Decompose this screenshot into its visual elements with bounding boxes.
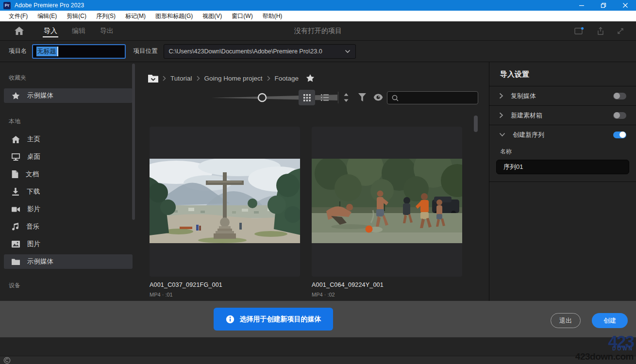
grid-view-button[interactable] [299, 90, 315, 105]
project-name-label: 项目名 [9, 47, 27, 55]
fullscreen-icon [617, 27, 624, 35]
chevron-down-icon[interactable] [499, 132, 505, 137]
footer-bar: 选择用于创建新项目的媒体 退出 创建 [0, 301, 636, 337]
project-bar: 项目名 无标题 项目位置 C:\Users\423Down\Documents\… [0, 41, 636, 62]
sidebar-item-home[interactable]: 主页 [4, 132, 133, 147]
settings-divider [489, 182, 636, 182]
close-button[interactable] [614, 0, 636, 11]
section-devices: 设备 [9, 281, 136, 290]
folder-open-icon[interactable] [148, 74, 158, 83]
import-settings-panel: 导入设置 复制媒体 新建素材箱 创建新序列 名称 [489, 62, 636, 301]
window-controls [570, 0, 636, 11]
minimize-icon [579, 2, 585, 8]
menu-clip[interactable]: 剪辑(C) [62, 11, 91, 21]
document-icon [12, 170, 18, 178]
menu-window[interactable]: 窗口(W) [227, 11, 257, 21]
menu-file[interactable]: 文件(F) [4, 11, 33, 21]
chevron-right-icon[interactable] [499, 93, 503, 99]
menu-bar: 文件(F) 编辑(E) 剪辑(C) 序列(S) 标记(M) 图形和标题(G) 视… [0, 11, 636, 21]
media-item-2[interactable]: A001_C064_09224Y_001 MP4 · :02 [312, 127, 462, 298]
project-name-input[interactable]: 无标题 [32, 44, 126, 59]
search-box[interactable] [387, 91, 478, 104]
search-input[interactable] [402, 95, 470, 101]
menu-edit[interactable]: 编辑(E) [33, 11, 62, 21]
breadcrumb-item-footage[interactable]: Footage [275, 75, 299, 82]
title-bar: Pr Adobe Premiere Pro 2023 [0, 0, 636, 11]
new-bin-toggle[interactable] [613, 112, 626, 119]
toolbar-divider [338, 92, 338, 103]
quick-export-button[interactable] [574, 27, 585, 35]
sidebar-item-downloads[interactable]: 下载 [4, 184, 133, 199]
sidebar-item-videos[interactable]: 影片 [4, 202, 133, 216]
sequence-name-input[interactable] [496, 160, 629, 174]
thumbnail-cross-monument [150, 159, 300, 243]
menu-help[interactable]: 帮助(H) [258, 11, 287, 21]
tab-edit[interactable]: 编辑 [65, 21, 93, 40]
home-button[interactable] [15, 27, 24, 35]
fullscreen-button[interactable] [617, 27, 624, 35]
setting-copy-media[interactable]: 复制媒体 [489, 86, 636, 105]
close-icon [622, 2, 628, 8]
premiere-pro-window: Pr Adobe Premiere Pro 2023 文件(F) 编辑(E) 剪… [0, 0, 636, 364]
media-thumbnail[interactable] [312, 127, 462, 277]
menu-graphics-titles[interactable]: 图形和标题(G) [151, 11, 198, 21]
copy-media-toggle[interactable] [613, 93, 626, 99]
share-button[interactable] [596, 27, 605, 35]
menu-view[interactable]: 视图(V) [198, 11, 227, 21]
setting-new-bin[interactable]: 新建素材箱 [489, 105, 636, 125]
list-view-button[interactable] [317, 90, 333, 105]
folder-icon [12, 258, 20, 265]
search-icon [392, 95, 399, 101]
menu-markers[interactable]: 标记(M) [120, 11, 151, 21]
sidebar-item-sample-media[interactable]: 示例媒体 [4, 254, 133, 269]
minimize-button[interactable] [570, 0, 592, 11]
preview-toggle-button[interactable] [373, 94, 383, 101]
create-sequence-toggle[interactable] [613, 132, 626, 138]
setting-create-sequence[interactable]: 创建新序列 [489, 125, 636, 144]
favorite-star-icon[interactable] [306, 74, 315, 83]
content-scrollbar[interactable] [474, 116, 478, 132]
sidebar-item-sample-media-favorite[interactable]: 示例媒体 [4, 88, 133, 103]
watermark-domain: 423down.com [575, 352, 634, 361]
media-browser: Tutorial Going Home project Footage [136, 62, 489, 301]
tab-export[interactable]: 导出 [93, 21, 121, 40]
setting-label: 新建素材箱 [511, 111, 542, 120]
sidebar-item-documents[interactable]: 文档 [4, 167, 133, 182]
media-thumbnail[interactable] [150, 127, 300, 277]
setting-label: 复制媒体 [511, 92, 536, 100]
filter-button[interactable] [358, 93, 367, 102]
sequence-name-label: 名称 [500, 148, 636, 156]
project-status-text: 没有打开的项目 [294, 27, 342, 35]
star-icon [12, 92, 20, 100]
sidebar-item-label: 桌面 [27, 152, 40, 161]
sidebar-item-pictures[interactable]: 图片 [4, 237, 133, 251]
mode-tabs: 导入 编辑 导出 [36, 21, 121, 40]
sidebar-item-label: 下载 [27, 187, 40, 196]
breadcrumb-item-tutorial[interactable]: Tutorial [170, 75, 192, 82]
creative-cloud-icon[interactable] [3, 357, 11, 364]
chevron-right-icon[interactable] [499, 112, 503, 118]
media-item-1[interactable]: A001_C037_0921FG_001 MP4 · :01 [150, 127, 300, 298]
grid-view-icon [303, 94, 311, 101]
tab-import[interactable]: 导入 [36, 21, 65, 40]
project-name-value: 无标题 [36, 47, 58, 56]
breadcrumb-item-going-home-project[interactable]: Going Home project [204, 75, 263, 82]
project-location-dropdown[interactable]: C:\Users\423Down\Documents\Adobe\Premier… [164, 44, 356, 59]
watermark: 423 DOWN 423down.com [575, 333, 634, 361]
sidebar-scrollbar[interactable] [132, 64, 135, 220]
home-icon [12, 136, 20, 143]
sort-icon [342, 93, 350, 102]
filter-icon [358, 93, 367, 102]
chevron-right-icon [197, 76, 200, 81]
sidebar-item-desktop[interactable]: 桌面 [4, 149, 133, 164]
exit-button[interactable]: 退出 [551, 313, 581, 328]
sidebar-item-music[interactable]: 音乐 [4, 219, 133, 234]
quick-export-icon [574, 27, 585, 35]
project-location-label: 项目位置 [134, 47, 158, 55]
restore-button[interactable] [592, 0, 614, 11]
create-button[interactable]: 创建 [592, 313, 628, 328]
breadcrumb: Tutorial Going Home project Footage [148, 74, 315, 83]
menu-sequence[interactable]: 序列(S) [91, 11, 120, 21]
media-meta: MP4 · :02 [312, 292, 462, 298]
sort-button[interactable] [342, 93, 350, 102]
